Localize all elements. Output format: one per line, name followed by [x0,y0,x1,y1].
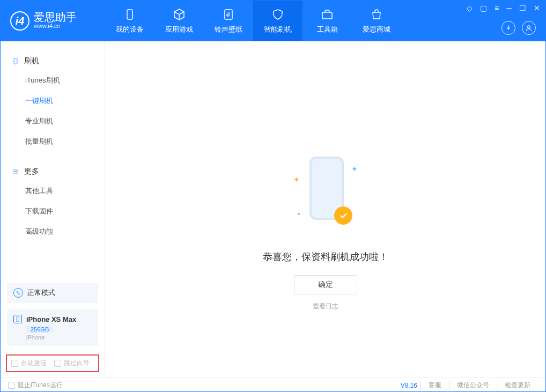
list-icon [11,167,20,176]
mode-card[interactable]: 正常模式 [7,283,98,303]
tab-toolbox[interactable]: 工具箱 [302,1,352,41]
app-url: www.i4.cn [34,23,77,29]
tab-label: 爱思商城 [363,25,390,34]
auto-activate-checkbox[interactable]: 自动激活 [11,359,47,368]
footer-link-wechat[interactable]: 微信公众号 [449,381,497,390]
tab-label: 应用游戏 [165,25,193,34]
version-label: V8.16 [401,382,417,389]
mode-icon [13,288,23,298]
svg-point-5 [17,291,18,293]
main-content: ✦ ✦ • 恭喜您，保资料刷机成功啦！ 确定 查看日志 [105,41,545,378]
device-type: iPhone [26,334,92,341]
svg-point-6 [18,293,20,294]
download-button[interactable] [501,21,515,35]
ok-button[interactable]: 确定 [294,275,357,294]
sidebar-item-advanced[interactable]: 高级功能 [2,221,104,242]
tab-label: 我的设备 [116,25,144,34]
shield-icon [271,8,285,21]
minimize-button[interactable]: ─ [506,4,512,12]
nav-tabs: 我的设备 应用游戏 铃声壁纸 智能刷机 工具箱 爱思商城 [105,1,401,41]
svg-rect-4 [14,58,17,64]
window-controls: ◇ ▢ ≡ ─ ☐ ✕ [467,4,540,12]
success-message: 恭喜您，保资料刷机成功啦！ [263,250,388,263]
sidebar-item-download-firmware[interactable]: 下载固件 [2,201,104,221]
bag-icon [370,8,383,21]
svg-rect-0 [127,10,132,19]
app-name: 爱思助手 [34,12,77,23]
check-icon [334,206,352,225]
highlighted-options: 自动激活 跳过向导 [6,354,99,372]
device-small-icon [13,315,22,323]
view-log-link[interactable]: 查看日志 [313,302,338,311]
logo[interactable]: i4 爱思助手 www.i4.cn [1,11,105,31]
sidebar-section-flash[interactable]: 刷机 [2,52,104,70]
sidebar-item-other-tools[interactable]: 其他工具 [2,181,104,201]
logo-icon: i4 [10,11,29,31]
sidebar-item-batch-flash[interactable]: 批量刷机 [2,131,104,152]
tab-label: 铃声壁纸 [215,25,242,34]
skip-guide-checkbox[interactable]: 跳过向导 [54,359,90,368]
svg-rect-2 [322,12,332,19]
tab-flash[interactable]: 智能刷机 [253,1,302,41]
cube-icon [172,8,186,21]
user-button[interactable] [522,21,536,35]
tab-label: 智能刷机 [264,25,292,34]
success-illustration: ✦ ✦ • [293,154,358,234]
device-icon [123,8,137,21]
shirt-icon[interactable]: ◇ [467,4,473,12]
sidebar-section-more[interactable]: 更多 [2,162,104,181]
note-icon [222,8,235,21]
storage-badge: 256GB [26,326,53,333]
block-itunes-checkbox[interactable]: 阻止iTunes运行 [8,381,63,390]
svg-rect-7 [17,316,19,321]
tab-label: 工具箱 [317,25,338,34]
tab-store[interactable]: 爱思商城 [352,1,401,41]
toolbox-icon [320,8,334,21]
device-name: iPhone XS Max [26,315,76,323]
menu-icon[interactable]: ≡ [495,4,499,12]
grid-icon[interactable]: ▢ [480,4,487,12]
sidebar-item-itunes-flash[interactable]: iTunes刷机 [2,70,104,91]
sidebar: 刷机 iTunes刷机 一键刷机 专业刷机 批量刷机 更多 其他工具 下载固件 … [1,41,105,378]
app-header: i4 爱思助手 www.i4.cn 我的设备 应用游戏 铃声壁纸 智能刷机 工具… [1,1,545,41]
device-card[interactable]: iPhone XS Max 256GB iPhone [7,309,98,346]
tab-ringtones[interactable]: 铃声壁纸 [204,1,253,41]
tab-apps-games[interactable]: 应用游戏 [154,1,204,41]
svg-rect-1 [225,10,232,19]
maximize-button[interactable]: ☐ [519,4,526,12]
tab-my-device[interactable]: 我的设备 [105,1,154,41]
footer: 阻止iTunes运行 V8.16 客服 微信公众号 检查更新 [1,378,545,392]
svg-point-3 [528,26,530,28]
sidebar-item-pro-flash[interactable]: 专业刷机 [2,111,104,131]
close-button[interactable]: ✕ [534,4,540,12]
footer-link-update[interactable]: 检查更新 [497,381,538,390]
footer-link-support[interactable]: 客服 [420,381,449,390]
sidebar-item-oneclick-flash[interactable]: 一键刷机 [2,91,104,111]
phone-icon [11,57,20,65]
